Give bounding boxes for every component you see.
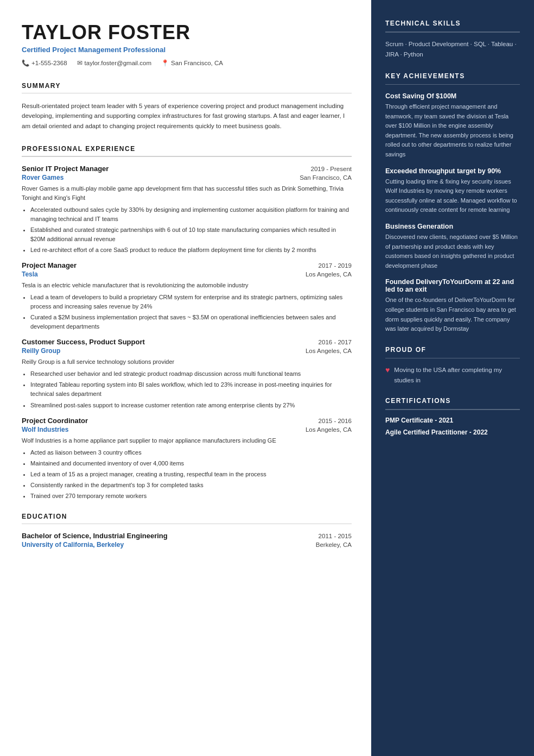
bullet-item: Curated a $2M business implementation pr… [30,313,352,331]
achievement-text-4: One of the co-founders of DeliverToYourD… [385,295,520,333]
achievement-text-3: Discovered new clients, negotiated over … [385,232,520,270]
job-dates-reilly: 2016 - 2017 [319,339,352,345]
job-desc-rover: Rover Games is a multi-play mobile game … [22,184,352,203]
bullets-reilly: Researched user behavior and led strateg… [22,369,352,410]
bullet-item: Accelerated outbound sales cycle by 330%… [30,205,352,224]
company-tesla: Tesla [22,270,38,278]
education-entry: Bachelor of Science, Industrial Engineer… [22,532,352,549]
bullets-tesla: Lead a team of developers to build a pro… [22,293,352,331]
skills-text: Scrum · Product Development · SQL · Tabl… [385,39,520,60]
degree-title: Bachelor of Science, Industrial Engineer… [22,532,168,540]
email-item: ✉ taylor.foster@gmail.com [77,59,152,67]
bullet-item: Led a team of 15 as a project manager, c… [30,470,352,479]
achievement-title-2: Exceeded throughput target by 90% [385,167,520,175]
phone-item: 📞 +1-555-2368 [22,59,67,67]
job-dates-rover: 2019 - Present [311,166,352,172]
education-divider [22,524,352,525]
cert-item-2: Agile Certified Practitioner - 2022 [385,429,520,436]
education-section-title: EDUCATION [22,513,352,520]
proud-section-title: PROUD OF [385,346,520,354]
summary-section-title: SUMMARY [22,82,352,90]
resume-wrapper: TAYLOR FOSTER Certified Project Manageme… [0,0,534,756]
achievement-title-4: Founded DeliveryToYourDorm at 22 and led… [385,278,520,293]
experience-divider [22,156,352,157]
job-entry-rover: Senior IT Project Manager 2019 - Present… [22,165,352,255]
experience-section-title: PROFESSIONAL EXPERIENCE [22,145,352,153]
proud-text-1: Moving to the USA after completing my st… [394,365,520,385]
location-wolf: Los Angeles, CA [306,426,352,433]
location-item: 📍 San Francisco, CA [161,59,223,67]
achievement-text-2: Cutting loading time & fixing key securi… [385,177,520,215]
achievement-entry-2: Exceeded throughput target by 90% Cuttin… [385,167,520,215]
certifications-section-title: CERTIFICATIONS [385,397,520,405]
location-icon: 📍 [161,59,169,67]
achievement-entry-1: Cost Saving Of $100M Through efficient p… [385,92,520,160]
location-value: San Francisco, CA [171,60,223,66]
bullet-item: Integrated Tableau reporting system into… [30,380,352,399]
job-entry-reilly: Customer Success, Product Support 2016 -… [22,338,352,410]
location-reilly: Los Angeles, CA [306,348,352,354]
email-value: taylor.foster@gmail.com [85,60,152,66]
company-wolf: Wolf Industries [22,426,68,433]
job-entry-wolf: Project Coordinator 2015 - 2016 Wolf Ind… [22,417,352,501]
job-title-tesla: Project Manager [22,261,77,269]
email-icon: ✉ [77,59,82,67]
edu-dates: 2011 - 2015 [319,533,352,539]
bullet-item: Streamlined post-sales support to increa… [30,401,352,410]
job-desc-tesla: Tesla is an electric vehicle manufacture… [22,281,352,290]
contact-row: 📞 +1-555-2368 ✉ taylor.foster@gmail.com … [22,59,352,67]
right-column: TECHNICAL SKILLS Scrum · Product Develop… [371,0,534,756]
proud-item-1: ♥ Moving to the USA after completing my … [385,365,520,385]
bullet-item: Led re-architect effort of a core SaaS p… [30,245,352,255]
job-entry-tesla: Project Manager 2017 - 2019 Tesla Los An… [22,261,352,331]
skills-divider [385,32,520,33]
bullet-item: Trained over 270 temporary remote worker… [30,492,352,501]
job-dates-tesla: 2017 - 2019 [319,262,352,269]
job-title-rover: Senior IT Project Manager [22,165,109,173]
achievement-entry-3: Business Generation Discovered new clien… [385,223,520,270]
left-column: TAYLOR FOSTER Certified Project Manageme… [0,0,371,756]
candidate-title: Certified Project Management Professiona… [22,46,352,54]
phone-icon: 📞 [22,59,29,67]
candidate-name: TAYLOR FOSTER [22,22,352,43]
company-reilly: Reilly Group [22,347,60,355]
summary-text: Result-orientated project team leader wi… [22,101,352,131]
heart-icon: ♥ [385,365,390,376]
location-tesla: Los Angeles, CA [306,271,352,278]
skills-section-title: TECHNICAL SKILLS [385,20,520,27]
job-desc-wolf: Wolf Industries is a home appliance part… [22,436,352,445]
proud-divider [385,358,520,359]
bullet-item: Established and curated strategic partne… [30,225,352,244]
location-rover: San Francisco, CA [300,174,352,181]
job-title-reilly: Customer Success, Product Support [22,338,145,346]
achievements-divider [385,84,520,85]
bullet-item: Lead a team of developers to build a pro… [30,293,352,311]
company-rover: Rover Games [22,174,63,181]
bullet-item: Acted as liaison between 3 country offic… [30,448,352,457]
bullets-rover: Accelerated outbound sales cycle by 330%… [22,205,352,255]
bullet-item: Maintained and documented inventory of o… [30,459,352,468]
achievement-title-3: Business Generation [385,223,520,230]
job-dates-wolf: 2015 - 2016 [319,418,352,424]
bullet-item: Consistently ranked in the department's … [30,481,352,490]
bullet-item: Researched user behavior and led strateg… [30,369,352,379]
achievement-text-1: Through efficient project management and… [385,102,520,160]
job-desc-reilly: Reilly Group is a full service technolog… [22,357,352,367]
school-name: University of California, Berkeley [22,541,124,549]
job-title-wolf: Project Coordinator [22,417,88,425]
phone-value: +1-555-2368 [31,60,67,66]
achievement-entry-4: Founded DeliveryToYourDorm at 22 and led… [385,278,520,333]
achievement-title-1: Cost Saving Of $100M [385,92,520,100]
bullets-wolf: Acted as liaison between 3 country offic… [22,448,352,501]
edu-location: Berkeley, CA [316,541,352,548]
achievements-section-title: KEY ACHIEVEMENTS [385,72,520,80]
certifications-divider [385,409,520,410]
cert-item-1: PMP Certificate - 2021 [385,417,520,424]
summary-divider [22,93,352,94]
